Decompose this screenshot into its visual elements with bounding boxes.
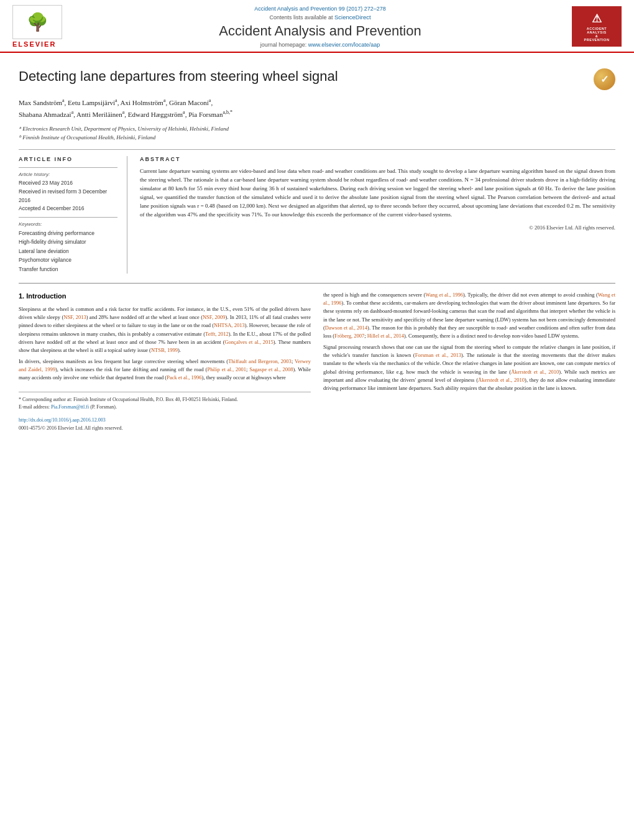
aap-logo-box: ⚠ ACCIDENT ANALYSIS & PREVENTION — [572, 6, 622, 47]
article-history-label: Article history: — [19, 172, 117, 177]
aap-logo-line4: PREVENTION — [584, 38, 610, 42]
body-col-left: 1. Introduction Sleepiness at the wheel … — [19, 291, 311, 433]
main-content: Detecting lane departures from steering … — [0, 53, 634, 445]
ref-akerstedt2010b[interactable]: Åkerstedt et al., 2010 — [478, 377, 525, 383]
journal-header-center: Accident Analysis and Prevention 99 (201… — [68, 5, 572, 48]
crossmark-symbol: ✓ — [600, 73, 609, 85]
journal-ref-link[interactable]: Accident Analysis and Prevention 99 (201… — [254, 6, 386, 12]
email-note: E-mail address: Pia.Forsman@ttl.fi (P. F… — [19, 404, 311, 412]
info-divider1 — [19, 167, 117, 168]
received-line: Received 23 May 2016 — [19, 179, 117, 188]
journal-homepage-link[interactable]: www.elsevier.com/locate/aap — [308, 42, 380, 48]
ref-philip2001[interactable]: Philip et al., 2001 — [207, 366, 246, 372]
ref-wang1996b[interactable]: Wang et al., 1996 — [323, 292, 615, 306]
contents-text: Contents lists available at — [269, 14, 333, 21]
ref-froberg2007[interactable]: Fröberg, 2007 — [334, 333, 364, 339]
keyword1: Forecasting driving performance — [19, 229, 117, 238]
ref-hillel2014[interactable]: Hillel et al., 2014 — [367, 333, 404, 339]
section-1-heading: 1. Introduction — [19, 291, 311, 302]
article-info-title: ARTICLE INFO — [19, 156, 117, 162]
ref-sagaspe2008[interactable]: Sagaspe et al., 2008 — [249, 366, 293, 372]
ref-nsf2009[interactable]: NSF, 2009 — [203, 314, 225, 320]
info-divider2 — [19, 217, 117, 218]
accepted-line: Accepted 4 December 2016 — [19, 205, 117, 213]
elsevier-text: ELSEVIER — [12, 40, 56, 48]
abstract-paragraph: Current lane departure warning systems a… — [140, 167, 615, 219]
ref-nhtsa2013[interactable]: NHTSA, 2013 — [214, 322, 245, 328]
body-divider — [19, 283, 615, 284]
email-suffix: (P. Forsman). — [90, 404, 117, 410]
affiliation-b: ᵇ Finnish Institute of Occupational Heal… — [19, 133, 615, 142]
authors: Max Sandströma, Eetu Lampsijärvia, Axi H… — [19, 96, 615, 121]
body-columns: 1. Introduction Sleepiness at the wheel … — [19, 291, 615, 433]
keywords-label: Keywords: — [19, 221, 117, 227]
body-col-right: the speed is high and the consequences s… — [323, 291, 615, 433]
keyword4: Psychomotor vigilance — [19, 256, 117, 264]
corresponding-note: * Corresponding author at: Finnish Insti… — [19, 396, 311, 404]
keyword5: Transfer function — [19, 265, 117, 274]
doi-url[interactable]: http://dx.doi.org/10.1016/j.aap.2016.12.… — [19, 417, 106, 423]
ref-pack1996[interactable]: Pack et al., 1996 — [167, 374, 201, 381]
ref-tefft2012[interactable]: Tefft, 2012 — [205, 331, 229, 337]
paper-title-row: Detecting lane departures from steering … — [19, 68, 615, 90]
keyword3: Lateral lane deviation — [19, 247, 117, 256]
paper-title-text: Detecting lane departures from steering … — [19, 68, 584, 85]
intro-para4: Signal processing research shows that on… — [323, 343, 615, 392]
abstract-section: ABSTRACT Current lane departure warning … — [140, 156, 615, 274]
doi-link: http://dx.doi.org/10.1016/j.aap.2016.12.… — [19, 417, 311, 425]
received-revised-line: Received in revised form 3 December 2016 — [19, 188, 117, 205]
aap-logo-icon: ⚠ — [592, 12, 602, 25]
affiliation-a: ᵃ Electronics Research Unit, Department … — [19, 124, 615, 133]
intro-para1: Sleepiness at the wheel is common and a … — [19, 305, 311, 354]
elsevier-logo: 🌳 ELSEVIER — [12, 5, 68, 48]
article-meta: ARTICLE INFO Article history: Received 2… — [19, 149, 615, 274]
ref-dawson2014[interactable]: Dawson et al., 2014 — [325, 325, 367, 331]
ref-wang1996a[interactable]: Wang et al., 1996 — [425, 292, 463, 298]
email-link[interactable]: Pia.Forsman@ttl.fi — [51, 404, 89, 410]
ref-goncalves2015[interactable]: Gonçalves et al., 2015 — [224, 339, 273, 345]
journal-homepage: journal homepage: www.elsevier.com/locat… — [68, 42, 572, 48]
intro-para3: the speed is high and the consequences s… — [323, 291, 615, 340]
footer-note: * Corresponding author at: Finnish Insti… — [19, 392, 311, 433]
ref-nsf2013[interactable]: NSF, 2013 — [63, 314, 86, 320]
crossmark-icon: ✓ — [594, 68, 615, 90]
journal-title: Accident Analysis and Prevention — [68, 23, 572, 39]
article-info: ARTICLE INFO Article history: Received 2… — [19, 156, 127, 274]
ref-thiffault2003[interactable]: Thiffault and Bergeron, 2003 — [228, 358, 292, 364]
copyright: © 2016 Elsevier Ltd. All rights reserved… — [140, 224, 615, 231]
elsevier-logo-box: 🌳 — [12, 5, 62, 39]
journal-header: 🌳 ELSEVIER Accident Analysis and Prevent… — [0, 0, 634, 53]
sciencedirect-link[interactable]: ScienceDirect — [334, 14, 371, 21]
keyword2: High-fidelity driving simulator — [19, 238, 117, 246]
ref-ntsb1999[interactable]: NTSB, 1999 — [151, 347, 178, 353]
affiliations: ᵃ Electronics Research Unit, Department … — [19, 124, 615, 142]
issn-text: 0001-4575/© 2016 Elsevier Ltd. All right… — [19, 425, 311, 433]
section-title: Introduction — [26, 292, 66, 300]
keywords-list: Forecasting driving performance High-fid… — [19, 229, 117, 274]
ref-forsman2013[interactable]: Forsman et al., 2013 — [415, 352, 461, 358]
ref-akerstedt2010a[interactable]: Åkerstedt et al., 2010 — [511, 369, 559, 375]
email-label: E-mail address: — [19, 404, 50, 410]
abstract-title: ABSTRACT — [140, 156, 615, 162]
abstract-text: Current lane departure warning systems a… — [140, 167, 615, 219]
intro-para2: In drivers, sleepiness manifests as less… — [19, 358, 311, 382]
section-number: 1. — [19, 292, 24, 300]
elsevier-tree-icon: 🌳 — [27, 14, 48, 31]
